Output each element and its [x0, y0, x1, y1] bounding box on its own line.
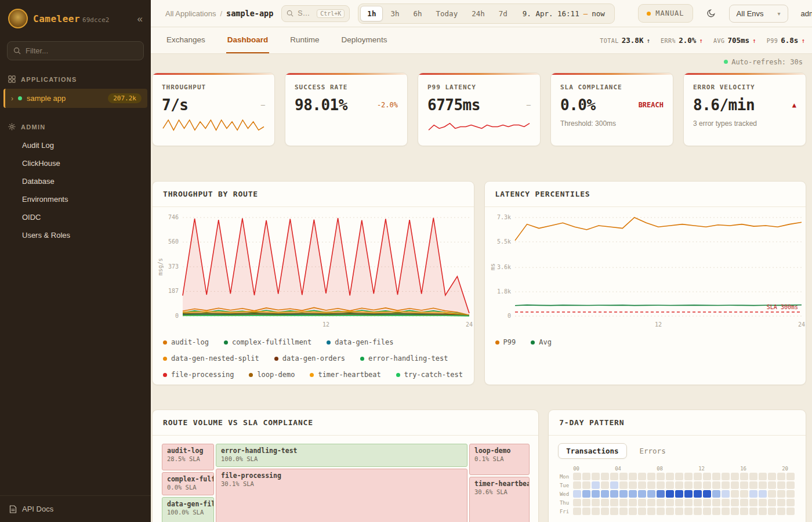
- heatmap-cell[interactable]: [647, 481, 655, 489]
- time-range-3h[interactable]: 3h: [384, 6, 405, 21]
- heatmap-cell[interactable]: [722, 473, 730, 480]
- sidebar-filter-input[interactable]: [26, 46, 137, 55]
- heatmap-cell[interactable]: [768, 507, 776, 515]
- api-docs-link[interactable]: API Docs: [0, 495, 151, 522]
- heatmap-cell[interactable]: [703, 481, 711, 489]
- heatmap-cell[interactable]: [638, 473, 646, 480]
- heatmap-cell[interactable]: [582, 490, 590, 498]
- heatmap-cell[interactable]: [638, 499, 646, 506]
- heatmap-cell[interactable]: [647, 473, 655, 480]
- heatmap-cell[interactable]: [610, 499, 618, 506]
- heatmap-cell[interactable]: [582, 507, 590, 515]
- heatmap-cell[interactable]: [777, 490, 785, 498]
- legend-item-try-catch-test[interactable]: try-catch-test: [396, 371, 463, 379]
- sidebar-collapse-button[interactable]: «: [137, 14, 143, 24]
- heatmap-cell[interactable]: [703, 490, 711, 498]
- heatmap-cell[interactable]: [592, 481, 600, 489]
- heatmap-cell[interactable]: [573, 507, 581, 515]
- heatmap-cell[interactable]: [786, 499, 795, 506]
- heatmap-cell[interactable]: [573, 490, 581, 498]
- legend-item-error-handling-test[interactable]: error-handling-test: [360, 354, 448, 362]
- heatmap-cell[interactable]: [740, 507, 748, 515]
- treemap-cell-complex-fulfillment[interactable]: complex-fulfil… 0.0% SLA: [162, 472, 214, 495]
- heatmap-cell[interactable]: [647, 507, 655, 515]
- heatmap-cell[interactable]: [722, 499, 730, 506]
- heatmap-cell[interactable]: [684, 499, 693, 506]
- latency-chart[interactable]: 01.8k3.6k5.5k7.3k1224msSLA 300ms: [485, 207, 806, 330]
- heatmap-cell[interactable]: [768, 481, 776, 489]
- heatmap-cell[interactable]: [666, 473, 674, 480]
- heatmap-cell[interactable]: [786, 507, 795, 515]
- heatmap-cell[interactable]: [619, 490, 628, 498]
- heatmap-cell[interactable]: [657, 499, 665, 506]
- user-menu[interactable]: admin: [796, 9, 812, 18]
- heatmap-cell[interactable]: [666, 481, 674, 489]
- heatmap-cell[interactable]: [666, 507, 674, 515]
- heatmap-cell[interactable]: [731, 490, 739, 498]
- legend-item-file-processing[interactable]: file-processing: [163, 371, 234, 379]
- heatmap-cell[interactable]: [786, 490, 795, 498]
- legend-item-audit-log[interactable]: audit-log: [163, 338, 209, 346]
- heatmap-cell[interactable]: [582, 481, 590, 489]
- heatmap-cell[interactable]: [601, 499, 609, 506]
- throughput-chart[interactable]: 01873735607461224msg/s: [153, 207, 474, 330]
- heatmap-cell[interactable]: [684, 490, 693, 498]
- heatmap-cell[interactable]: [675, 473, 683, 480]
- heatmap-cell[interactable]: [675, 481, 683, 489]
- heatmap-cell[interactable]: [749, 481, 757, 489]
- heatmap-cell[interactable]: [675, 490, 683, 498]
- heatmap-cell[interactable]: [712, 481, 720, 489]
- heatmap-cell[interactable]: [638, 490, 646, 498]
- heatmap-cell[interactable]: [592, 507, 600, 515]
- sidebar-item-clickhouse[interactable]: ClickHouse: [0, 154, 151, 172]
- heatmap-cell[interactable]: [582, 499, 590, 506]
- tab-exchanges[interactable]: Exchanges: [165, 27, 206, 53]
- treemap-cell-loop-demo[interactable]: loop-demo 0.1% SLA: [469, 444, 530, 475]
- heatmap-cell[interactable]: [647, 490, 655, 498]
- heatmap-cell[interactable]: [657, 490, 665, 498]
- heatmap-cell[interactable]: [619, 473, 628, 480]
- heatmap-cell[interactable]: [694, 507, 702, 515]
- time-range-7d[interactable]: 7d: [492, 6, 514, 21]
- sidebar-item-environments[interactable]: Environments: [0, 190, 151, 208]
- sidebar-item-database[interactable]: Database: [0, 172, 151, 190]
- heatmap-cell[interactable]: [610, 481, 618, 489]
- legend-item-data-gen-files[interactable]: data-gen-files: [327, 338, 393, 346]
- heatmap-cell[interactable]: [731, 473, 739, 480]
- breadcrumb-all-applications[interactable]: All Applications: [165, 9, 216, 18]
- legend-item-complex-fulfillment[interactable]: complex-fulfillment: [224, 338, 311, 346]
- heatmap-cell[interactable]: [610, 507, 618, 515]
- environment-select[interactable]: All Envs ▾: [729, 5, 788, 23]
- tab-dashboard[interactable]: Dashboard: [226, 27, 270, 53]
- heatmap-cell[interactable]: [657, 507, 665, 515]
- heatmap-cell[interactable]: [592, 490, 600, 498]
- heatmap-cell[interactable]: [573, 473, 581, 480]
- heatmap-cell[interactable]: [712, 473, 720, 480]
- heatmap-cell[interactable]: [694, 473, 702, 480]
- heatmap-cell[interactable]: [722, 507, 730, 515]
- heatmap-cell[interactable]: [768, 499, 776, 506]
- treemap-cell-timer-heartbeat[interactable]: timer-heartbeat 30.6% SLA: [469, 477, 530, 522]
- heatmap-cell[interactable]: [629, 481, 637, 489]
- heatmap-cell[interactable]: [740, 473, 748, 480]
- heatmap-cell[interactable]: [619, 507, 628, 515]
- heatmap-cell[interactable]: [694, 499, 702, 506]
- heatmap-cell[interactable]: [675, 507, 683, 515]
- heatmap-cell[interactable]: [722, 481, 730, 489]
- treemap-cell-audit-log[interactable]: audit-log 28.5% SLA: [162, 444, 214, 470]
- heatmap-cell[interactable]: [657, 473, 665, 480]
- heatmap-cell[interactable]: [703, 507, 711, 515]
- heatmap-cell[interactable]: [759, 490, 767, 498]
- heatmap-cell[interactable]: [694, 481, 702, 489]
- heatmap-cell[interactable]: [759, 499, 767, 506]
- heatmap-cell[interactable]: [573, 499, 581, 506]
- heatmap-cell[interactable]: [657, 481, 665, 489]
- heatmap-cell[interactable]: [768, 473, 776, 480]
- heatmap-cell[interactable]: [684, 473, 693, 480]
- manual-refresh-button[interactable]: MANUAL: [638, 4, 693, 23]
- heatmap-cell[interactable]: [629, 499, 637, 506]
- heatmap-cell[interactable]: [759, 481, 767, 489]
- heatmap-cell[interactable]: [694, 490, 702, 498]
- heatmap-cell[interactable]: [777, 481, 785, 489]
- heatmap-cell[interactable]: [749, 507, 757, 515]
